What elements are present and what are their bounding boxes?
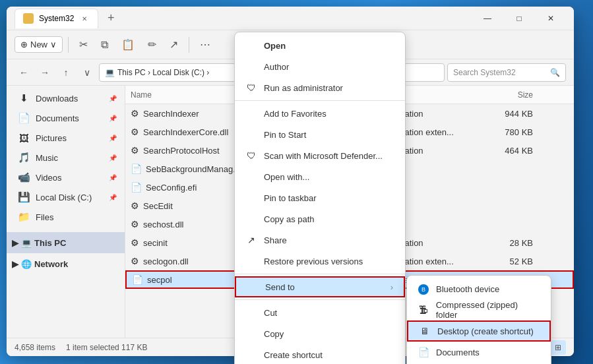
sendto-submenu: B Bluetooth device 🗜 Compressed (zipped)… xyxy=(406,275,551,364)
close-button[interactable]: ✕ xyxy=(536,9,566,28)
submenu-item-desktop[interactable]: 🖥 Desktop (create shortcut) xyxy=(407,320,551,342)
menu-item-pintaskbar[interactable]: Pin to taskbar xyxy=(235,187,405,208)
sidebar-label-videos: Videos xyxy=(36,173,62,183)
title-bar: System32 ✕ + — □ ✕ xyxy=(7,7,574,30)
menu-item-createshortcut[interactable]: Create shortcut xyxy=(235,344,405,364)
context-menu: Open Author 🛡 Run as administrator Add t… xyxy=(234,32,406,364)
desktop-icon: 🖥 xyxy=(419,326,431,336)
menu-label-openwith: Open with... xyxy=(264,172,309,182)
more-button[interactable]: ⋯ xyxy=(195,36,216,53)
file-size: 944 KB xyxy=(480,109,533,119)
share-button[interactable]: ↗ xyxy=(164,36,183,53)
menu-item-restore[interactable]: Restore previous versions xyxy=(235,251,405,272)
tab-title: System32 xyxy=(39,14,74,23)
menu-item-author[interactable]: Author xyxy=(235,56,405,77)
submenu-item-bluetooth[interactable]: B Bluetooth device xyxy=(407,278,551,299)
sidebar-label-localdisk: Local Disk (C:) xyxy=(36,193,92,202)
maximize-button[interactable]: □ xyxy=(504,9,534,28)
forward-button[interactable]: → xyxy=(36,63,54,82)
menu-label-author: Author xyxy=(264,62,289,72)
menu-label-runas: Run as administrator xyxy=(264,83,343,93)
sidebar-item-music[interactable]: 🎵 Music 📌 xyxy=(7,148,125,167)
up-button[interactable]: ↑ xyxy=(57,63,75,82)
menu-item-scan[interactable]: 🛡 Scan with Microsoft Defender... xyxy=(235,145,405,166)
sidebar-item-pictures[interactable]: 🖼 Pictures 📌 xyxy=(7,128,125,148)
sidebar-section-thispc[interactable]: ▶ 💻 This PC xyxy=(7,232,125,253)
col-header-size[interactable]: Size xyxy=(480,90,533,100)
sidebar: ⬇ Downloads 📌 📄 Documents 📌 🖼 Pictures 📌… xyxy=(7,86,125,338)
menu-item-pinstart[interactable]: Pin to Start xyxy=(235,124,405,145)
more-icon: ⋯ xyxy=(200,38,210,51)
file-icon: ⚙ xyxy=(131,145,139,156)
submenu-label-bluetooth: Bluetooth device xyxy=(436,284,499,294)
sidebar-section-network[interactable]: ▶ 🌐 Network xyxy=(7,253,125,274)
sidebar-item-documents[interactable]: 📄 Documents 📌 xyxy=(7,108,125,128)
menu-item-share[interactable]: ↗ Share xyxy=(235,229,405,251)
submenu-label-compressed: Compressed (zipped) folder xyxy=(436,300,540,320)
menu-label-pintaskbar: Pin to taskbar xyxy=(264,193,317,203)
menu-label-copy: Copy xyxy=(264,329,284,339)
menu-label-cut: Cut xyxy=(264,308,277,318)
share-icon: ↗ xyxy=(170,38,178,51)
search-placeholder: Search System32 xyxy=(453,68,516,77)
item-count: 4,658 items xyxy=(15,343,55,352)
network-icon: 🌐 xyxy=(21,259,32,269)
rename-icon: ✏ xyxy=(148,38,156,51)
menu-label-pinstart: Pin to Start xyxy=(264,130,306,140)
menu-item-copy[interactable]: Copy xyxy=(235,323,405,344)
file-size: 28 KB xyxy=(480,238,533,248)
sidebar-item-files[interactable]: 📁 Files xyxy=(7,207,125,227)
menu-label-share: Share xyxy=(264,235,287,245)
scan-icon: 🛡 xyxy=(245,150,257,161)
copy-icon: ⧉ xyxy=(101,39,108,51)
menu-sep-1 xyxy=(235,100,405,101)
selected-info: 1 item selected 117 KB xyxy=(66,343,147,352)
menu-item-favorites[interactable]: Add to Favorites xyxy=(235,103,405,124)
toolbar-separator-1 xyxy=(68,37,69,53)
rename-button[interactable]: ✏ xyxy=(142,36,162,53)
videos-icon: 📹 xyxy=(17,171,30,183)
menu-item-runas[interactable]: 🛡 Run as administrator xyxy=(235,77,405,98)
paste-button[interactable]: 📋 xyxy=(116,36,140,53)
pictures-icon: 🖼 xyxy=(17,133,30,144)
menu-label-sendto: Send to xyxy=(265,282,295,292)
menu-label-createshortcut: Create shortcut xyxy=(264,350,323,360)
sidebar-item-videos[interactable]: 📹 Videos 📌 xyxy=(7,167,125,187)
submenu-item-compressed[interactable]: 🗜 Compressed (zipped) folder xyxy=(407,299,551,320)
detail-view-button[interactable]: ⊞ xyxy=(550,340,566,355)
cut-icon: ✂ xyxy=(79,38,88,51)
menu-label-open: Open xyxy=(264,41,286,51)
menu-item-sendto[interactable]: Send to › B Bluetooth device 🗜 Compresse… xyxy=(235,276,405,297)
recent-button[interactable]: ∨ xyxy=(78,63,96,82)
menu-item-copypath[interactable]: Copy as path xyxy=(235,208,405,229)
menu-label-restore: Restore previous versions xyxy=(264,257,363,266)
sidebar-label-files: Files xyxy=(36,212,53,222)
sidebar-label-documents: Documents xyxy=(36,113,79,123)
sidebar-item-localdisk[interactable]: 💾 Local Disk (C:) 📌 xyxy=(7,187,125,207)
new-label: New xyxy=(30,40,47,49)
file-size: 464 KB xyxy=(480,146,533,156)
cut-button[interactable]: ✂ xyxy=(74,36,93,53)
search-box[interactable]: Search System32 🔍 xyxy=(447,63,566,82)
pin-icon-localdisk: 📌 xyxy=(109,194,117,201)
tab-system32[interactable]: System32 ✕ xyxy=(15,9,98,28)
new-button[interactable]: ⊕ New ∨ xyxy=(15,36,63,53)
sidebar-label-pictures: Pictures xyxy=(36,133,67,143)
expand-thispc-icon: ▶ xyxy=(12,238,18,248)
new-tab-button[interactable]: + xyxy=(101,9,121,28)
menu-item-openwith[interactable]: Open with... xyxy=(235,166,405,187)
back-button[interactable]: ← xyxy=(15,63,33,82)
minimize-button[interactable]: — xyxy=(472,9,503,28)
tab-close-button[interactable]: ✕ xyxy=(79,13,90,24)
copy-button[interactable]: ⧉ xyxy=(96,36,113,53)
submenu-label-documents: Documents xyxy=(436,348,480,357)
documents-icon: 📄 xyxy=(17,112,30,124)
menu-sep-3 xyxy=(235,299,405,300)
downloads-icon: ⬇ xyxy=(17,92,30,104)
submenu-item-documents[interactable]: 📄 Documents xyxy=(407,342,551,363)
menu-item-open[interactable]: Open xyxy=(235,35,405,56)
menu-item-cut[interactable]: Cut xyxy=(235,302,405,323)
file-icon: ⚙ xyxy=(131,256,139,266)
secpol-label: secpol xyxy=(147,275,172,285)
sidebar-item-downloads[interactable]: ⬇ Downloads 📌 xyxy=(7,88,125,108)
